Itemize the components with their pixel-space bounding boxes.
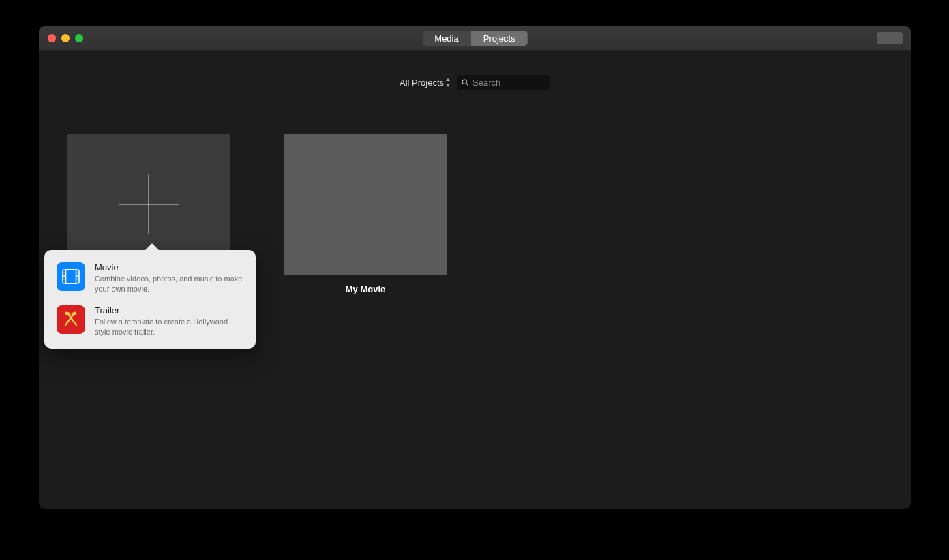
trailer-icon <box>57 305 85 334</box>
create-movie-desc: Combine videos, photos, and music to mak… <box>95 274 243 294</box>
create-trailer-option[interactable]: Trailer Follow a template to create a Ho… <box>44 300 256 343</box>
titlebar: Media Projects <box>39 26 911 51</box>
search-input[interactable] <box>472 78 546 88</box>
filter-row: All Projects <box>39 69 911 96</box>
movie-icon <box>57 262 85 291</box>
svg-point-0 <box>462 80 466 84</box>
project-title: My Movie <box>284 284 447 294</box>
svg-line-1 <box>466 84 468 86</box>
plus-icon <box>119 174 179 234</box>
tab-media[interactable]: Media <box>422 31 470 46</box>
app-window: Media Projects All Projects My Movie <box>39 26 911 509</box>
create-trailer-title: Trailer <box>95 305 243 315</box>
tab-projects[interactable]: Projects <box>471 31 528 46</box>
search-field[interactable] <box>457 75 550 90</box>
create-trailer-text: Trailer Follow a template to create a Ho… <box>95 305 243 337</box>
view-segmented-control: Media Projects <box>422 31 527 46</box>
search-icon <box>461 78 469 87</box>
toolbar-button-right[interactable] <box>877 32 903 44</box>
svg-rect-3 <box>66 270 76 283</box>
filter-dropdown-label: All Projects <box>400 78 444 88</box>
updown-arrows-icon <box>445 78 451 87</box>
project-thumbnail[interactable] <box>284 134 447 275</box>
create-movie-option[interactable]: Movie Combine videos, photos, and music … <box>44 257 256 300</box>
create-movie-text: Movie Combine videos, photos, and music … <box>95 262 243 294</box>
window-close-button[interactable] <box>48 34 56 42</box>
create-trailer-desc: Follow a template to create a Hollywood … <box>95 317 243 337</box>
create-movie-title: Movie <box>95 262 243 273</box>
window-zoom-button[interactable] <box>75 34 83 42</box>
create-menu-popover: Movie Combine videos, photos, and music … <box>44 250 256 349</box>
traffic-lights <box>39 34 83 42</box>
svg-rect-2 <box>63 270 79 283</box>
window-minimize-button[interactable] <box>61 34 70 42</box>
project-tile[interactable]: My Movie <box>284 134 447 502</box>
projects-filter-dropdown[interactable]: All Projects <box>400 78 451 88</box>
